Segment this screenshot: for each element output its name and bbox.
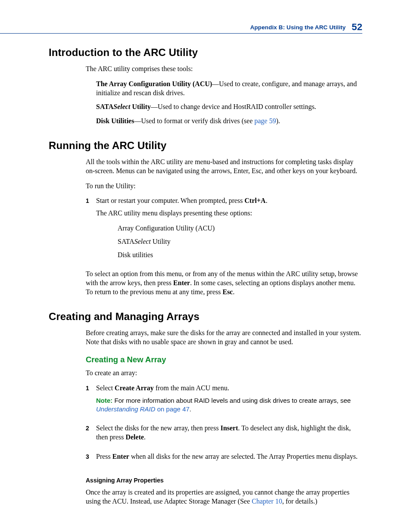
assign-b: , for details.): [282, 498, 318, 505]
tail-esc: Esc: [222, 288, 233, 296]
s3-bold: Enter: [112, 453, 129, 460]
heading-create-array: Creating a New Array: [86, 355, 362, 364]
create-step-1: 1 Select Create Array from the main ACU …: [86, 384, 362, 420]
disk-link[interactable]: page 59: [255, 117, 276, 124]
s2-a: Select the disks for the new array, then…: [96, 424, 221, 432]
step-number: 2: [86, 424, 96, 448]
create-step-3: 3 Press Enter when all disks for the new…: [86, 452, 362, 467]
note-label: Note:: [96, 397, 112, 404]
s2-bold2: Delete: [125, 433, 144, 441]
intro-tool-sata: SATASelect Utility—Used to change device…: [96, 103, 362, 112]
intro-lead: The ARC utility comprises these tools:: [86, 65, 362, 74]
step1-b: .: [266, 197, 268, 204]
arrays-lead: Before creating arrays, make sure the di…: [86, 329, 362, 347]
step1-key: Ctrl+A: [245, 197, 266, 204]
disk-desc-b: ).: [276, 117, 280, 124]
note-b: .: [190, 405, 191, 413]
step1-sub: The ARC utility menu displays presenting…: [96, 209, 362, 218]
disk-label: Disk Utilities: [96, 117, 134, 124]
step1-line1: Start or restart your computer. When pro…: [96, 196, 362, 205]
running-options: Array Configuration Utility (ACU) SATASe…: [118, 224, 362, 259]
s1-bold: Create Array: [115, 384, 154, 392]
s2-c: .: [144, 433, 146, 441]
s1-line: Select Create Array from the main ACU me…: [96, 384, 362, 393]
s3-line: Press Enter when all disks for the new a…: [96, 452, 362, 461]
s1-b: from the main ACU menu.: [154, 384, 229, 392]
option-sata: SATASelect Utility: [118, 237, 362, 246]
note-block: Note: For more information about RAID le…: [96, 396, 362, 414]
s3-a: Press: [96, 453, 112, 460]
step-number: 1: [86, 384, 96, 420]
assign-link[interactable]: Chapter 10: [252, 498, 282, 505]
sata-label-b: Select: [113, 103, 130, 110]
heading-introduction: Introduction to the ARC Utility: [49, 47, 362, 59]
option-sata-c: Utility: [151, 238, 171, 245]
option-sata-b: Select: [134, 238, 151, 245]
tail-enter: Enter: [173, 279, 190, 286]
running-lead2: To run the Utility:: [86, 182, 362, 191]
heading-assign-props: Assigning Array Properties: [86, 477, 362, 484]
intro-tool-acu: The Array Configuration Utility (ACU)—Us…: [96, 80, 362, 98]
step-text: Start or restart your computer. When pro…: [96, 196, 362, 264]
step-text: Select Create Array from the main ACU me…: [96, 384, 362, 420]
intro-tool-list: The Array Configuration Utility (ACU)—Us…: [96, 80, 362, 126]
step1-a: Start or restart your computer. When pro…: [96, 197, 245, 204]
create-steps: 1 Select Create Array from the main ACU …: [86, 384, 362, 467]
sata-desc: —Used to change device and HostRAID cont…: [151, 103, 316, 110]
tail-c: .: [233, 288, 234, 296]
step-text: Press Enter when all disks for the new a…: [96, 452, 362, 467]
assign-paragraph: Once the array is created and its proper…: [86, 488, 362, 506]
arrays-body: Before creating arrays, make sure the di…: [86, 329, 362, 506]
document-page: Appendix B: Using the ARC Utility 52 Int…: [0, 0, 411, 532]
page-content: Introduction to the ARC Utility The ARC …: [49, 47, 362, 512]
note-a: For more information about RAID levels a…: [112, 397, 351, 404]
disk-desc-a: —Used to format or verify disk drives (s…: [134, 117, 254, 124]
page-number: 52: [352, 22, 362, 32]
create-step-2: 2 Select the disks for the new array, th…: [86, 424, 362, 448]
step-text: Select the disks for the new array, then…: [96, 424, 362, 448]
option-sata-a: SATA: [118, 238, 134, 245]
running-steps: 1 Start or restart your computer. When p…: [86, 196, 362, 264]
running-lead1: All the tools within the ARC utility are…: [86, 158, 362, 176]
running-tail: To select an option from this menu, or f…: [86, 270, 362, 296]
s2-bold1: Insert: [221, 424, 238, 432]
sata-label-c: Utility: [130, 103, 151, 110]
heading-arrays: Creating and Managing Arrays: [49, 311, 362, 323]
s2-line: Select the disks for the new array, then…: [96, 424, 362, 442]
note-link-rest[interactable]: on page 47: [156, 405, 190, 413]
option-disk: Disk utilities: [118, 251, 362, 260]
s1-a: Select: [96, 384, 115, 392]
intro-body: The ARC utility comprises these tools: T…: [86, 65, 362, 126]
running-step-1: 1 Start or restart your computer. When p…: [86, 196, 362, 264]
running-body: All the tools within the ARC utility are…: [86, 158, 362, 297]
sata-label-a: SATA: [96, 103, 113, 110]
step-number: 1: [86, 196, 96, 264]
step-number: 3: [86, 452, 96, 467]
note-link-ital[interactable]: Understanding RAID: [96, 405, 156, 413]
option-acu: Array Configuration Utility (ACU): [118, 224, 362, 233]
header-rule: [0, 33, 362, 34]
running-header: Appendix B: Using the ARC Utility 52: [250, 22, 362, 33]
intro-tool-disk: Disk Utilities—Used to format or verify …: [96, 117, 362, 126]
create-lead: To create an array:: [86, 369, 362, 378]
heading-running: Running the ARC Utility: [49, 140, 362, 152]
running-header-text: Appendix B: Using the ARC Utility: [250, 24, 346, 31]
acu-label: The Array Configuration Utility (ACU): [96, 80, 212, 87]
s3-b: when all disks for the new array are sel…: [129, 453, 358, 460]
